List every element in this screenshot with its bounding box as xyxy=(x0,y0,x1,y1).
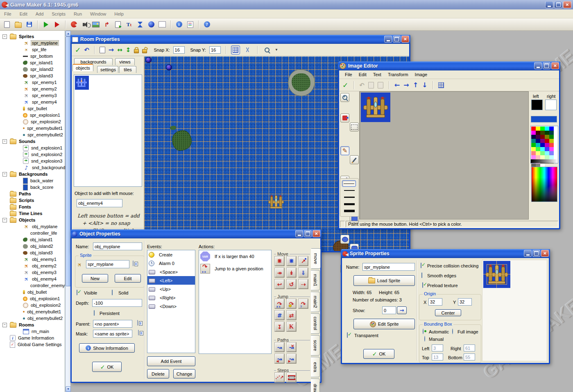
palette-color[interactable] xyxy=(549,151,554,155)
tree-item[interactable]: obj_enemy1 xyxy=(1,256,64,263)
origin-x-input[interactable] xyxy=(428,298,442,306)
palette-color[interactable] xyxy=(545,143,549,147)
tree-item[interactable]: obj_explosion1 xyxy=(1,295,64,302)
select-tool-button[interactable] xyxy=(350,122,359,131)
debug-game-button[interactable] xyxy=(52,20,61,29)
tree-expander-icon[interactable] xyxy=(2,172,7,177)
tree-item[interactable]: Time Lines xyxy=(1,210,64,217)
tree-item[interactable]: obj_enemy3 xyxy=(1,269,64,276)
palette-tab[interactable]: control xyxy=(311,313,320,334)
align-grid-button[interactable]: # xyxy=(275,310,284,320)
tree-item[interactable]: snd_background xyxy=(1,164,64,171)
editor-paste-button[interactable] xyxy=(378,82,383,88)
tree-item[interactable]: spr_life xyxy=(1,46,64,53)
sidebar-scrollbar[interactable]: ▲ ▼ xyxy=(65,31,70,392)
wrap-screen-button[interactable]: ⇄ xyxy=(287,310,296,320)
persistent-checkbox[interactable] xyxy=(94,310,95,316)
tree-expander-icon[interactable] xyxy=(2,218,7,222)
zoom-tool-button[interactable] xyxy=(340,93,349,102)
menu-item[interactable]: Edit xyxy=(356,71,370,78)
bbox-manual-radio[interactable] xyxy=(424,336,425,342)
palette-color[interactable] xyxy=(540,135,545,139)
bbox-full-image-radio[interactable] xyxy=(452,329,453,334)
mask-input[interactable] xyxy=(93,330,132,338)
menu-item[interactable]: Text xyxy=(370,71,385,78)
room-undo-button[interactable]: ↶ xyxy=(84,46,89,54)
tree-item[interactable]: rm_main xyxy=(1,328,64,335)
island1-instance[interactable] xyxy=(172,130,192,151)
menu-item[interactable]: Scripts xyxy=(48,10,70,18)
palette-color[interactable] xyxy=(545,127,549,131)
menu-item[interactable]: File xyxy=(342,71,356,78)
palette-color[interactable] xyxy=(536,151,540,155)
lock-icon[interactable] xyxy=(134,49,139,53)
tree-item[interactable]: back_score xyxy=(1,184,64,190)
move-contact-button[interactable]: ↧ xyxy=(275,322,284,331)
tree-item[interactable]: obj_enemy2 xyxy=(1,263,64,269)
line-width-2-button[interactable] xyxy=(344,190,355,191)
palette-color[interactable] xyxy=(540,127,545,131)
sprite-edit-button[interactable]: Edit xyxy=(115,274,141,283)
change-event-button[interactable]: Change xyxy=(173,369,195,378)
image-editor-title-bar[interactable]: Image Editor ✕ xyxy=(338,61,560,70)
palette-color[interactable] xyxy=(540,131,545,135)
snap-y-input[interactable] xyxy=(209,46,221,54)
tree-item[interactable]: spr_explosion1 xyxy=(1,112,64,118)
bbox-automatic-radio[interactable] xyxy=(423,329,424,334)
precise-collision-checkbox[interactable] xyxy=(421,263,421,268)
menu-item[interactable]: Window xyxy=(86,10,110,18)
line-width-5-button[interactable] xyxy=(344,210,355,212)
tree-item[interactable]: spr_island3 xyxy=(1,73,64,79)
move-fixed-button[interactable] xyxy=(275,256,284,266)
parent-input[interactable] xyxy=(93,320,132,328)
scroll-down-button[interactable]: ▼ xyxy=(66,386,71,392)
object-close-button[interactable]: ✕ xyxy=(313,230,320,237)
bbox-bottom-input[interactable] xyxy=(464,353,475,360)
palette-color[interactable] xyxy=(545,135,549,139)
tree-item[interactable]: Scripts xyxy=(1,197,64,204)
menu-item[interactable]: Help xyxy=(110,10,128,18)
event-item[interactable]: <Up> xyxy=(147,285,195,293)
tree-expander-icon[interactable] xyxy=(2,34,7,39)
event-item[interactable]: <Right> xyxy=(147,293,195,302)
edit-sprite-button[interactable]: Edit Sprite xyxy=(353,319,415,329)
snap-x-input[interactable] xyxy=(173,46,185,54)
tree-item[interactable]: obj_explosion2 xyxy=(1,302,64,308)
path-speed-button[interactable]: ↝▶ xyxy=(287,354,296,363)
room-horizontal-arrows-button[interactable]: ↔ xyxy=(117,46,122,54)
toggle-grid-button[interactable] xyxy=(231,45,240,54)
zoom-dropdown-arrow[interactable]: ▼ xyxy=(275,48,278,52)
tree-item[interactable]: snd_explosion3 xyxy=(1,158,64,164)
tree-item[interactable]: obj_enemybullet2 xyxy=(1,315,64,322)
reverse-horizontal-button[interactable]: ↩ xyxy=(275,279,284,289)
actions-list[interactable]: If x is larger than 40 Jump to a given p… xyxy=(199,250,272,354)
selected-object-thumbnail[interactable] xyxy=(75,76,89,90)
sprite-new-button[interactable]: New xyxy=(82,274,108,283)
help-button[interactable]: ? xyxy=(202,20,211,29)
tree-expander-icon[interactable] xyxy=(2,139,7,144)
tree-item[interactable]: spr_enemybullet2 xyxy=(1,131,64,138)
palette-color[interactable] xyxy=(545,155,549,159)
palette-color[interactable] xyxy=(545,147,549,151)
open-file-button[interactable] xyxy=(14,20,23,29)
shift-down-button[interactable]: ↓ xyxy=(422,81,427,89)
tree-item[interactable]: spr_explosion2 xyxy=(1,118,64,125)
action-item[interactable]: If x is larger than 40 xyxy=(199,250,271,263)
event-item[interactable]: <Down> xyxy=(147,302,195,310)
tree-item[interactable]: spr_myplane xyxy=(1,40,64,46)
origin-y-input[interactable] xyxy=(458,298,472,306)
center-button[interactable]: Center xyxy=(435,309,461,316)
main-maximize-button[interactable] xyxy=(554,1,562,8)
palette-tab[interactable]: extra xyxy=(311,357,320,377)
step-towards-button[interactable]: ⋰↗ xyxy=(275,373,284,382)
tree-item[interactable]: obj_island3 xyxy=(1,249,64,256)
sprite-minimize-button[interactable] xyxy=(524,250,532,257)
room-properties-title-bar[interactable]: Room Properties ✕ xyxy=(70,35,410,44)
editor-copy-button[interactable] xyxy=(368,82,374,88)
color-picker-gradient[interactable] xyxy=(531,167,557,202)
palette-color[interactable] xyxy=(531,135,536,139)
tree-item[interactable]: obj_island2 xyxy=(1,243,64,249)
tab-objects[interactable]: objects xyxy=(72,64,93,71)
object-name-input[interactable] xyxy=(93,242,142,250)
palette-color[interactable] xyxy=(540,151,545,155)
